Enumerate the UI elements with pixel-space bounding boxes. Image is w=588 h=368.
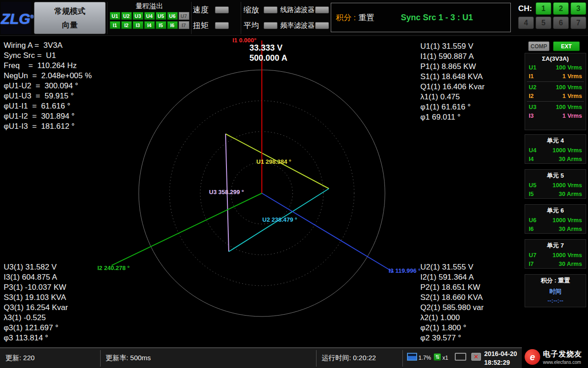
channel-selector: CH: 1 2 3 4 5 6 7 <box>518 2 587 31</box>
panel-divider <box>527 81 584 82</box>
unit-4-panel[interactable]: 单元 4 U4 1000 Vrms I4 30 Arms <box>525 134 586 164</box>
reading-line: U3(1) 31.582 V <box>4 262 68 272</box>
range-ch: I5 <box>529 190 534 197</box>
topbar-divider <box>191 2 192 34</box>
unit-i-row: I7 30 Arms <box>525 259 586 268</box>
reading-line: φU1-I3 = 181.612 ° <box>4 121 92 132</box>
unit-5-panel[interactable]: 单元 5 U5 1000 Vrms I5 30 Arms <box>525 169 586 199</box>
topbar-divider <box>107 2 107 34</box>
reading-line: S1(1) 18.648 KVA <box>420 72 485 82</box>
reading-line: φU1-U2 = 300.094 ° <box>4 81 92 91</box>
range-val: 1000 Vrms <box>553 217 582 224</box>
integration-panel[interactable]: 积分 : 重置 时间 --:--:-- <box>525 274 586 307</box>
reading-line: I1(1) 590.887 A <box>420 52 485 62</box>
reading-line: φU1-I1 = 61.616 ° <box>4 101 92 111</box>
unit-6-panel[interactable]: 单元 6 U6 1000 Vrms I6 30 Arms <box>525 204 586 234</box>
overrange-i2: I2 <box>121 21 132 29</box>
ch-button-7[interactable]: 7 <box>571 17 586 29</box>
range-ch: I6 <box>529 225 534 232</box>
i3-vector <box>262 193 394 272</box>
unit-7-panel[interactable]: 单元 7 U7 1000 Vrms I7 30 Arms <box>525 239 586 269</box>
zoom-label: 缩放 <box>243 5 259 15</box>
cpu-percent: 1.7% <box>418 355 431 361</box>
reading-line: P2(1) 18.651 KW <box>420 282 484 293</box>
i2-angle-label: I2 240.278 ° <box>97 264 130 271</box>
statusbar: 更新: 220 更新率: 500ms 运行时间: 0:20:22 1.7% x1… <box>0 347 588 368</box>
range-val: 1 Vrms <box>562 92 582 99</box>
overrange-i6: I6 <box>167 21 178 29</box>
range-val: 100 Vrms <box>556 64 582 71</box>
sigma-range-panel[interactable]: ΣA(3V3A) U1 100 Vrms I1 1 Vrms U2 100 Vr… <box>525 53 586 130</box>
usb-icon <box>434 353 441 361</box>
reading-line: φ1(1) 61.616 ° <box>420 102 485 112</box>
overrange-u4: U4 <box>144 12 155 20</box>
statusbar-divider <box>402 350 403 367</box>
voltage-scale-label: 33.333 V <box>249 43 283 52</box>
torque-indicator <box>215 22 229 29</box>
usb-speed: x1 <box>442 355 448 361</box>
update-count: 更新: 220 <box>6 354 34 362</box>
zoom-indicator <box>264 6 277 13</box>
i3-angle-label: I3 119.996 ° <box>389 267 421 274</box>
reading-line: Q2(1) 585.980 var <box>420 303 484 313</box>
reading-line: φU1-I2 = 301.894 ° <box>4 111 92 121</box>
mode-button[interactable]: 常规模式 向量 <box>34 2 106 34</box>
unit-i-row: I4 30 Arms <box>525 155 586 163</box>
avg-label: 平均 <box>243 20 259 31</box>
range-row-u2: U2 100 Vrms <box>525 83 586 92</box>
integration-time-label: 时间 <box>525 288 586 296</box>
overrange-u3: U3 <box>133 12 143 20</box>
comp-button[interactable]: COMP <box>528 41 549 51</box>
u3-angle-label: U3 358.299 ° <box>209 189 244 196</box>
unit-panel-title: 单元 4 <box>525 135 586 146</box>
ch-caption: CH: <box>518 4 534 13</box>
reading-line: I3(1) 604.875 A <box>4 272 68 282</box>
unit-i-row: I5 30 Arms <box>525 190 586 198</box>
ch-button-4[interactable]: 4 <box>518 17 534 29</box>
avg-indicator <box>264 22 277 29</box>
range-ch: U4 <box>529 147 537 154</box>
reading-line: φ3(1) 121.697 ° <box>4 323 68 333</box>
overrange-i4: I4 <box>144 21 155 29</box>
ch-button-5[interactable]: 5 <box>536 17 551 29</box>
reading-line: φ3 113.814 ° <box>4 333 68 343</box>
ch-button-1[interactable]: 1 <box>536 2 551 15</box>
integration-panel-title: 积分 : 重置 <box>525 275 586 286</box>
unit-panel-title: 单元 7 <box>525 240 586 251</box>
reading-line: U1(1) 31.559 V <box>420 41 485 52</box>
readings-top-left: Wiring A = 3V3ASync Src = U1Freq = 110.2… <box>4 40 92 132</box>
range-ch: I2 <box>529 92 534 99</box>
statusbar-divider <box>316 350 317 367</box>
reading-line: λ2(1) 1.000 <box>420 313 484 323</box>
reading-line: Sync Src = U1 <box>4 51 92 61</box>
integration-label: 积分 : <box>336 12 356 23</box>
ch-button-6[interactable]: 6 <box>553 17 569 29</box>
reading-line: Freq = 110.264 Hz <box>4 61 92 71</box>
reading-line: NegUn = 2.048e+005 % <box>4 71 92 81</box>
external-display-icon <box>455 353 466 361</box>
freq-filter-indicator <box>315 22 329 29</box>
range-val: 30 Arms <box>559 155 582 162</box>
runtime: 运行时间: 0:20:22 <box>322 354 376 362</box>
overrange-u7: U7 <box>179 12 189 20</box>
range-ch: I7 <box>529 260 534 267</box>
logo-text: ZLG <box>1 11 30 27</box>
overrange-i5: I5 <box>156 21 166 29</box>
range-ch: I1 <box>529 73 534 80</box>
range-ch: U7 <box>529 252 537 259</box>
statusbar-divider <box>100 350 101 367</box>
reading-line: φ2(1) 1.800 ° <box>420 323 484 333</box>
freq-filter-label: 频率滤波器 <box>280 21 315 30</box>
ext-button[interactable]: EXT <box>553 41 580 51</box>
ch-button-3[interactable]: 3 <box>571 2 586 15</box>
reading-line: S3(1) 19.103 KVA <box>4 293 68 303</box>
reading-line: S2(1) 18.660 KVA <box>420 293 484 303</box>
system-monitor-icon <box>407 353 417 361</box>
ch-button-2[interactable]: 2 <box>553 2 569 15</box>
zlg-logo: ZLG® <box>1 2 31 34</box>
reading-line: Q1(1) 16.406 Kvar <box>420 82 485 92</box>
reading-line: P1(1) 8.865 KW <box>420 62 485 72</box>
range-ch: U2 <box>529 84 537 91</box>
registered-mark: ® <box>30 14 34 19</box>
unit-panel-title: 单元 5 <box>525 170 586 181</box>
